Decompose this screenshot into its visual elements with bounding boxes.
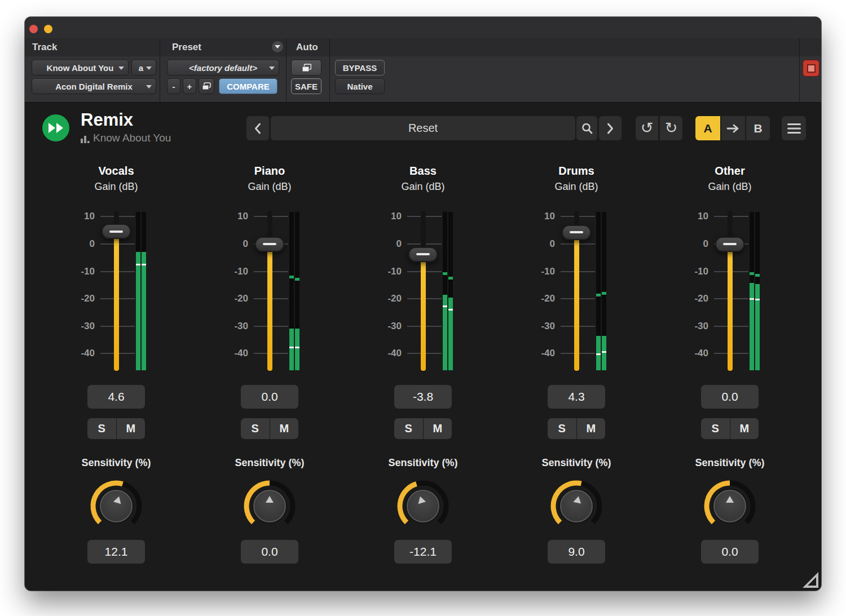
chevron-down-icon	[269, 67, 275, 70]
meter-fill	[136, 253, 140, 370]
meter-fill	[289, 329, 294, 370]
host-header: Track Preset Auto Know About You a Acon …	[25, 38, 821, 103]
sensitivity-label: Sensitivity (%)	[653, 457, 807, 469]
strip-title: Piano	[193, 165, 346, 178]
preset-next-arrow-button[interactable]	[599, 116, 622, 140]
levels-icon	[81, 134, 90, 143]
compare-button[interactable]: COMPARE	[219, 78, 277, 94]
scale-tick-label: -40	[65, 348, 95, 359]
search-icon	[581, 122, 593, 135]
solo-button[interactable]: S	[87, 418, 116, 439]
preset-prev-arrow-button[interactable]	[246, 116, 269, 140]
meter-peak-line	[136, 264, 140, 265]
meter-peak-line	[750, 298, 754, 300]
sensitivity-knob[interactable]	[545, 475, 607, 537]
preset-search-button[interactable]	[576, 116, 597, 140]
mute-button[interactable]: M	[270, 418, 299, 439]
solo-button[interactable]: S	[394, 418, 423, 439]
sensitivity-value-box[interactable]: 0.0	[701, 540, 759, 564]
meter-peak-hold	[295, 278, 299, 281]
safe-button[interactable]: SAFE	[291, 78, 321, 94]
scale-tick-label: 10	[526, 211, 555, 222]
channel-strip: Other Gain (dB) 100-10-20-30-40 0.0 S M …	[653, 163, 807, 565]
gain-value-box[interactable]: 0.0	[701, 385, 759, 409]
solo-button[interactable]: S	[701, 418, 730, 439]
auto-section-label: Auto	[296, 42, 318, 53]
arrow-right-icon	[726, 123, 741, 134]
undo-icon: ↺	[641, 121, 654, 136]
preset-name-label: <factory default>	[189, 63, 257, 73]
preset-menu-icon[interactable]	[272, 41, 283, 52]
level-meter-right	[755, 212, 760, 370]
minimize-button[interactable]	[44, 25, 52, 33]
gain-value-box[interactable]: -3.8	[394, 385, 452, 409]
ab-b-button[interactable]: B	[746, 116, 770, 140]
gain-unit-label: Gain (dB)	[500, 181, 653, 193]
meter-peak-hold	[443, 272, 447, 275]
scale-tick-label: 0	[526, 238, 555, 250]
preset-prev-button[interactable]: -	[167, 78, 180, 94]
close-button[interactable]	[29, 25, 38, 33]
handle-grip-line	[263, 243, 276, 245]
scale-tick-label: -20	[219, 293, 248, 304]
remix-logo	[42, 114, 69, 144]
mute-button[interactable]: M	[730, 418, 759, 439]
ab-copy-button[interactable]	[721, 116, 745, 140]
gain-slider-track[interactable]	[421, 211, 426, 372]
menu-button[interactable]	[782, 116, 806, 140]
gain-slider-track[interactable]	[728, 211, 733, 372]
preset-copy-button[interactable]	[199, 78, 214, 94]
native-button[interactable]: Native	[335, 78, 385, 94]
preset-section-label: Preset	[172, 42, 201, 53]
strip-title: Drums	[500, 165, 653, 178]
sensitivity-value-box[interactable]: 9.0	[548, 540, 605, 564]
song-title: Know About You	[93, 132, 171, 144]
solo-mute-group: S M	[87, 418, 145, 439]
solo-button[interactable]: S	[548, 418, 576, 439]
gain-value-box[interactable]: 0.0	[241, 385, 298, 409]
scale-tick-label: -20	[372, 293, 402, 304]
preset-display-text: Reset	[408, 122, 438, 135]
sensitivity-value-box[interactable]: 12.1	[87, 540, 145, 564]
strip-title: Other	[653, 165, 807, 178]
gain-value-box[interactable]: 4.3	[548, 385, 605, 409]
gain-slider-handle[interactable]	[715, 237, 744, 252]
sensitivity-value-box[interactable]: 0.0	[241, 540, 298, 564]
mute-button[interactable]: M	[117, 418, 146, 439]
gain-unit-label: Gain (dB)	[653, 181, 807, 193]
meter-fill	[448, 298, 453, 370]
auto-mode-button[interactable]	[291, 60, 321, 76]
scale-tick-label: -30	[679, 321, 708, 332]
gain-slider-handle[interactable]	[408, 247, 438, 262]
solo-button[interactable]: S	[241, 418, 270, 439]
gain-slider-handle[interactable]	[562, 225, 591, 240]
sensitivity-knob[interactable]	[392, 475, 454, 537]
undo-button[interactable]: ↺	[636, 116, 658, 140]
gain-slider-track[interactable]	[267, 211, 272, 372]
scale-tick-label: 0	[372, 238, 402, 250]
gain-slider-handle[interactable]	[255, 237, 284, 252]
meter-peak-hold	[448, 277, 453, 280]
sensitivity-value-box[interactable]: -12.1	[394, 540, 452, 564]
track-select-dropdown[interactable]: Know About You	[32, 60, 129, 76]
gain-slider-handle[interactable]	[102, 224, 131, 239]
handle-grip-line	[570, 231, 583, 233]
sensitivity-knob[interactable]	[699, 475, 761, 537]
preset-select-dropdown[interactable]: <factory default>	[167, 60, 279, 76]
fast-forward-icon	[42, 114, 69, 141]
mute-button[interactable]: M	[577, 418, 606, 439]
channel-select-dropdown[interactable]: a	[131, 60, 156, 76]
ab-a-button[interactable]: A	[695, 116, 720, 140]
plugin-select-dropdown[interactable]: Acon Digital Remix	[32, 78, 156, 94]
mute-button[interactable]: M	[424, 418, 452, 439]
preset-next-button[interactable]: +	[183, 78, 196, 94]
sensitivity-knob[interactable]	[239, 475, 301, 537]
gain-value-box[interactable]: 4.6	[87, 385, 145, 409]
bypass-button[interactable]: BYPASS	[335, 60, 385, 76]
preset-display-field[interactable]: Reset	[271, 116, 575, 140]
sensitivity-knob[interactable]	[85, 475, 147, 537]
channel-label: a	[139, 63, 143, 73]
redo-button[interactable]: ↻	[660, 116, 682, 140]
scale-tick-label: -30	[526, 321, 555, 332]
record-enable-button[interactable]	[803, 60, 819, 77]
